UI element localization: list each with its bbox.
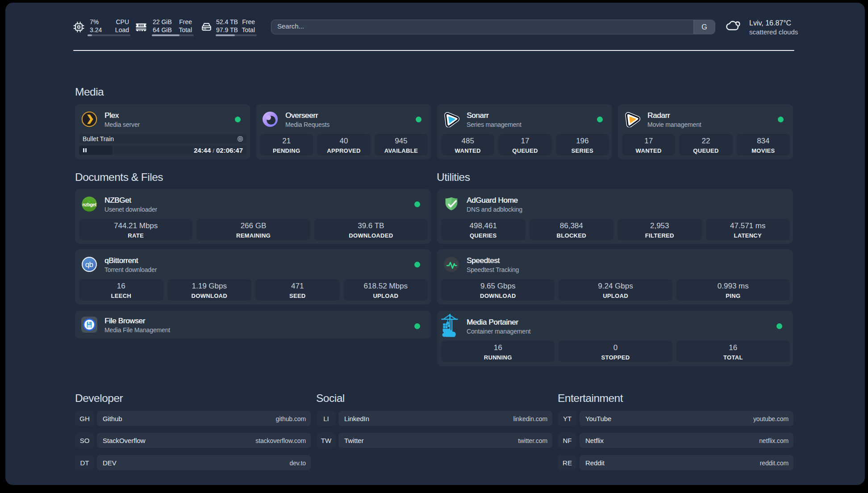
- svg-text:nzbget: nzbget: [83, 202, 97, 207]
- svg-text:qb: qb: [85, 260, 93, 269]
